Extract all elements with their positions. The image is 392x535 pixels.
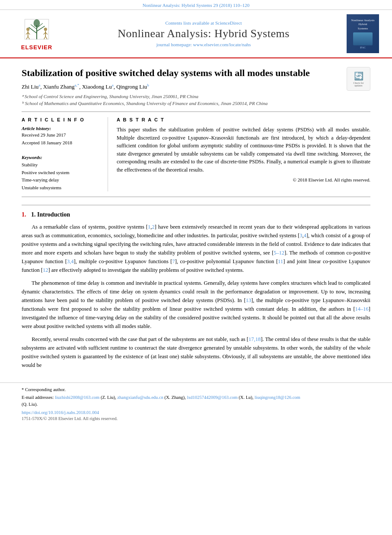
section-1-heading: 1. 1. Introduction (22, 211, 370, 218)
paper-footer: * Corresponding author. E-mail addresses… (0, 382, 392, 424)
history-label: Article history: (22, 126, 101, 131)
section-divider (22, 205, 370, 205)
abstract-heading: A B S T R A C T (117, 117, 370, 122)
journal-homepage-line: journal homepage: www.elsevier.com/locat… (61, 42, 347, 47)
cite-7[interactable]: 7 (172, 258, 175, 264)
footer-issn: 1751-570X/© 2018 Elsevier Ltd. All right… (22, 416, 370, 421)
check-updates-badge: 🔄 Check forupdates (347, 67, 370, 91)
keyword-time-varying: Time-varying delay (22, 176, 101, 184)
cite-2[interactable]: 2 (152, 224, 154, 230)
cite-5-12[interactable]: 5–12 (274, 250, 284, 256)
elsevier-brand-text: ELSEVIER (21, 44, 52, 51)
cite-13[interactable]: 13 (246, 297, 252, 303)
svg-line-11 (26, 36, 28, 39)
paper-title-section: Stabilization of positive switched delay… (22, 67, 370, 107)
email-lu[interactable]: lxd10257442009@163.com (187, 395, 237, 400)
cover-subtitle-text: IFAC (360, 46, 366, 49)
section-number: 1. (22, 211, 26, 218)
elsevier-logo: ELSEVIER (13, 17, 61, 51)
cite-4[interactable]: 4 (304, 232, 306, 239)
abstract-copyright: © 2018 Elsevier Ltd. All rights reserved… (117, 177, 370, 182)
paper-title-text-area: Stabilization of positive switched delay… (22, 67, 340, 107)
svg-point-7 (26, 28, 29, 31)
svg-line-17 (44, 36, 46, 39)
svg-line-12 (28, 36, 30, 39)
journal-cover-thumbnail: Nonlinear AnalysisHybridSystems IFAC (347, 14, 379, 53)
paper-content: Stabilization of positive switched delay… (0, 58, 392, 382)
journal-header: ELSEVIER Contents lists available at Sci… (0, 10, 392, 58)
email-label: E-mail addresses: (22, 395, 54, 400)
cite-12[interactable]: 12 (43, 267, 48, 273)
abstract-text: This paper studies the stabilization pro… (117, 126, 370, 174)
contents-line: Contents lists available at ScienceDirec… (61, 20, 347, 25)
cite-14-16[interactable]: 14–16 (355, 306, 369, 312)
email-liu-q[interactable]: liuqingrong18@126.com (255, 395, 300, 400)
paper-title: Stabilization of positive switched delay… (22, 67, 340, 80)
email-liu-zhi[interactable]: liuzhishi2008@163.com (55, 395, 99, 400)
keyword-stability: Stability (22, 161, 101, 169)
check-updates-text: Check forupdates (354, 82, 364, 87)
journal-citation-bar: Nonlinear Analysis: Hybrid Systems 29 (2… (0, 0, 392, 10)
footer-emails: E-mail addresses: liuzhishi2008@163.com … (22, 394, 370, 408)
journal-url[interactable]: www.elsevier.com/locate/nahs (193, 42, 251, 47)
elsevier-tree-icon (19, 17, 54, 43)
article-info-panel: A R T I C L E I N F O Article history: R… (22, 117, 108, 191)
intro-paragraph-3: Recently, several results concerned with… (22, 335, 370, 369)
intro-paragraph-2: The phenomenon of time delay is common a… (22, 279, 370, 331)
article-meta-section: A R T I C L E I N F O Article history: R… (22, 111, 370, 197)
cite-1[interactable]: 1 (148, 224, 150, 230)
affiliations: ᵃ School of Control Science and Engineer… (22, 93, 340, 107)
accepted-date: Accepted 18 January 2018 (22, 140, 101, 145)
keyword-unstable: Unstable subsystems (22, 184, 101, 192)
journal-title: Nonlinear Analysis: Hybrid Systems (61, 27, 347, 40)
cite-17-18[interactable]: 17,18 (249, 336, 261, 342)
article-info-heading: A R T I C L E I N F O (22, 117, 101, 122)
svg-point-13 (44, 28, 47, 31)
affiliation-b: ᵇ School of Mathematics and Quantitative… (22, 100, 340, 107)
abstract-panel: A B S T R A C T This paper studies the s… (117, 117, 370, 191)
cite-3-4a[interactable]: 3,4 (67, 258, 74, 264)
affiliation-a: ᵃ School of Control Science and Engineer… (22, 93, 340, 100)
journal-center: Contents lists available at ScienceDirec… (61, 20, 347, 47)
keywords-label: Keywords: (22, 155, 101, 160)
cover-title-text: Nonlinear AnalysisHybridSystems (351, 19, 375, 30)
corresponding-author-note: * Corresponding author. (22, 387, 370, 392)
email-zhang[interactable]: zhangxianfu@sdu.edu.cn (117, 395, 163, 400)
cite-11[interactable]: 11 (278, 258, 283, 264)
received-date: Received 29 June 2017 (22, 132, 101, 137)
paper-authors: Zhi Liua, Xianfu Zhanga,*, Xiaodong Lua,… (22, 83, 340, 90)
section-title: 1. Introduction (31, 211, 70, 218)
svg-line-18 (45, 36, 47, 39)
journal-citation-text: Nonlinear Analysis: Hybrid Systems 29 (2… (143, 3, 250, 8)
cite-3[interactable]: 3 (300, 232, 302, 239)
svg-point-6 (34, 19, 40, 27)
intro-paragraph-1: As a remarkable class of systems, positi… (22, 223, 370, 274)
keyword-positive-switched: Positive switched system (22, 169, 101, 177)
sciencedirect-link[interactable]: ScienceDirect (215, 20, 242, 25)
footer-doi[interactable]: https://doi.org/10.1016/j.nahs.2018.01.0… (22, 410, 370, 415)
check-updates-icon: 🔄 (354, 71, 363, 81)
